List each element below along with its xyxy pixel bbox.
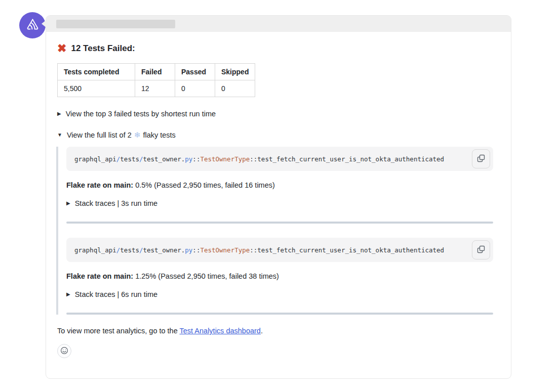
flake-rate-line: Flake rate on main: 0.5% (Passed 2,950 t… [66,181,493,189]
header-skipped: Skipped [215,64,255,80]
cell-skipped: 0 [215,80,255,97]
disclosure-failed-label: View the top 3 failed tests by shortest … [66,110,216,118]
table-header-row: Tests completed Failed Passed Skipped [58,64,255,80]
chevron-right-icon: ▶ [66,201,70,206]
message-header [46,16,511,32]
header-tests-completed: Tests completed [58,64,135,80]
test-analytics-dashboard-link[interactable]: Test Analytics dashboard [180,327,261,335]
stack-traces-toggle[interactable]: ▶ Stack traces | 3s run time [66,199,493,207]
flaky-tests-section: graphql_api/tests/test_owner.py::TestOwn… [56,147,500,315]
test-path-text: graphql_api/tests/test_owner.py::TestOwn… [74,246,444,254]
entry-divider [66,222,493,224]
message-body: ✖ 12 Tests Failed: Tests completed Faile… [46,32,511,378]
tests-failed-title: 12 Tests Failed: [71,43,135,54]
stack-traces-toggle[interactable]: ▶ Stack traces | 6s run time [66,290,493,298]
header-failed: Failed [135,64,175,80]
copy-button[interactable] [472,149,490,168]
test-path-text: graphql_api/tests/test_owner.py::TestOwn… [74,155,444,163]
entry-divider [66,313,493,315]
test-summary-table: Tests completed Failed Passed Skipped 5,… [57,63,255,97]
cell-tests-completed: 5,500 [58,80,135,97]
speech-bubble-tail [42,20,47,28]
flaky-test-entry: graphql_api/tests/test_owner.py::TestOwn… [66,238,493,298]
title-row: ✖ 12 Tests Failed: [57,43,500,54]
redacted-sender-name [56,20,175,28]
message-card: ✖ 12 Tests Failed: Tests completed Faile… [46,15,511,379]
chevron-right-icon: ▶ [57,111,61,116]
chevron-down-icon: ▼ [57,133,62,138]
test-path-block: graphql_api/tests/test_owner.py::TestOwn… [66,147,493,171]
chevron-right-icon: ▶ [66,292,70,297]
copy-icon [477,245,485,255]
footer-text: To view more test analytics, go to the T… [57,327,500,335]
copy-icon [477,154,485,164]
smiley-icon [60,346,68,356]
flake-rate-line: Flake rate on main: 1.25% (Passed 2,950 … [66,272,493,280]
flaky-test-entry: graphql_api/tests/test_owner.py::TestOwn… [66,147,493,207]
add-reaction-button[interactable] [57,344,71,358]
app-logo-icon [25,17,40,34]
cell-passed: 0 [175,80,215,97]
table-row: 5,500 12 0 0 [58,80,255,97]
header-passed: Passed [175,64,215,80]
disclosure-flaky-tests[interactable]: ▼ View the full list of 2❄flaky tests [57,130,500,140]
copy-button[interactable] [472,240,490,259]
test-path-block: graphql_api/tests/test_owner.py::TestOwn… [66,238,493,262]
stack-traces-label: Stack traces | 3s run time [75,199,157,207]
stack-traces-label: Stack traces | 6s run time [75,290,157,298]
snowflake-icon: ❄ [134,130,141,139]
disclosure-top-failed-tests[interactable]: ▶ View the top 3 failed tests by shortes… [57,110,500,118]
cell-failed: 12 [135,80,175,97]
disclosure-flaky-label: View the full list of 2❄flaky tests [67,130,176,140]
failed-x-icon: ✖ [57,43,66,54]
